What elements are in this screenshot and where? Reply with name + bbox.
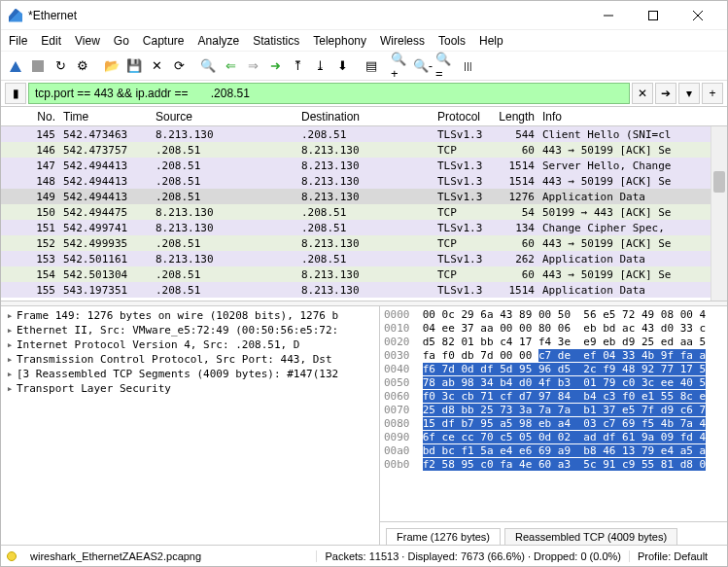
expand-icon[interactable]: ▸ (3, 382, 17, 395)
go-to-packet-icon[interactable]: ➜ (264, 55, 286, 77)
col-source[interactable]: Source (152, 109, 297, 124)
resize-columns-icon[interactable]: ⫼ (457, 55, 478, 77)
hex-line[interactable]: 0010 04 ee 37 aa 00 00 80 06 eb bd ac 43… (384, 322, 723, 336)
packet-list-header[interactable]: No. Time Source Destination Protocol Len… (1, 107, 727, 126)
hex-line[interactable]: 0040 f6 7d 0d df 5d 95 96 d5 2c f9 48 92… (384, 363, 723, 376)
menu-help[interactable]: Help (479, 34, 503, 48)
col-dest[interactable]: Destination (297, 109, 433, 124)
svg-rect-4 (32, 60, 44, 72)
packet-row[interactable]: 149542.494413 .208.51 8.213.130TLSv1.312… (1, 189, 727, 204)
hex-line[interactable]: 0050 78 ab 98 34 b4 d0 4f b3 01 79 c0 3c… (384, 376, 723, 390)
col-info[interactable]: Info (538, 109, 727, 124)
packet-row[interactable]: 155543.197351 .208.51 8.213.130TLSv1.315… (1, 282, 727, 298)
first-packet-icon[interactable]: ⤒ (287, 55, 308, 77)
packet-row[interactable]: 150542.494475 8.213.130 .208.51TCP545019… (1, 204, 727, 220)
tab-frame[interactable]: Frame (1276 bytes) (386, 528, 501, 545)
hex-line[interactable]: 0020 d5 82 01 bb c4 17 f4 3e e9 eb d9 25… (384, 336, 723, 349)
zoom-out-icon[interactable]: 🔍- (412, 55, 433, 77)
packet-bytes-pane[interactable]: 0000 00 0c 29 6a 43 89 00 50 56 e5 72 49… (380, 306, 727, 521)
packet-row[interactable]: 147542.494413 .208.51 8.213.130TLSv1.315… (1, 158, 727, 173)
reload-icon[interactable]: ⟳ (168, 55, 190, 77)
menu-tools[interactable]: Tools (438, 34, 466, 48)
last-packet-icon[interactable]: ⤓ (309, 55, 330, 77)
hex-line[interactable]: 0030 fa f0 db 7d 00 00 c7 de ef 04 33 4b… (384, 349, 723, 363)
restart-capture-icon[interactable]: ↻ (50, 55, 71, 77)
menu-capture[interactable]: Capture (143, 34, 185, 48)
window-title: *Ethernet (28, 9, 587, 22)
tree-item[interactable]: ▸Ethernet II, Src: VMware_e5:72:49 (00:5… (3, 323, 377, 337)
zoom-reset-icon[interactable]: 🔍= (434, 55, 456, 77)
start-capture-icon[interactable] (5, 55, 26, 77)
packet-row[interactable]: 154542.501304 .208.51 8.213.130TCP60443 … (1, 266, 727, 282)
menu-file[interactable]: File (9, 34, 27, 48)
hex-line[interactable]: 0090 6f ce cc 70 c5 05 0d 02 ad df 61 9a… (384, 431, 723, 444)
go-forward-icon[interactable]: ⇒ (242, 55, 263, 77)
menu-view[interactable]: View (75, 34, 100, 48)
apply-filter-icon[interactable]: ➔ (655, 83, 676, 104)
packet-row[interactable]: 152542.499935 .208.51 8.213.130TCP60443 … (1, 235, 727, 251)
hex-line[interactable]: 0070 25 d8 bb 25 73 3a 7a 7a b1 37 e5 7f… (384, 404, 723, 417)
expand-icon[interactable]: ▸ (3, 324, 17, 337)
clear-filter-icon[interactable]: ✕ (632, 83, 653, 104)
packet-row[interactable]: 151542.499741 8.213.130 .208.51TLSv1.313… (1, 220, 727, 235)
packet-details-pane[interactable]: ▸Frame 149: 1276 bytes on wire (10208 bi… (1, 306, 380, 545)
find-icon[interactable]: 🔍 (197, 55, 219, 77)
hex-tabs: Frame (1276 bytes) Reassembled TCP (4009… (380, 521, 727, 545)
filter-history-icon[interactable]: ▾ (678, 83, 700, 104)
tree-item[interactable]: ▸Transport Layer Security (3, 381, 377, 396)
hex-line[interactable]: 00a0 bd bc f1 5a e4 e6 69 a9 b8 46 13 79… (384, 444, 723, 458)
title-bar: *Ethernet (1, 1, 727, 30)
packet-row[interactable]: 148542.494413 .208.51 8.213.130TLSv1.315… (1, 173, 727, 189)
expert-info-icon[interactable] (7, 551, 17, 561)
tree-item[interactable]: ▸[3 Reassembled TCP Segments (4009 bytes… (3, 367, 377, 381)
expand-icon[interactable]: ▸ (3, 368, 17, 380)
packet-row[interactable]: 146542.473757 .208.51 8.213.130TCP60443 … (1, 142, 727, 158)
packet-scrollbar[interactable] (711, 126, 727, 301)
tab-reassembled[interactable]: Reassembled TCP (4009 bytes) (504, 528, 677, 545)
tree-item[interactable]: ▸Transmission Control Protocol, Src Port… (3, 352, 377, 367)
expand-icon[interactable]: ▸ (3, 353, 17, 366)
capture-options-icon[interactable]: ⚙ (72, 55, 93, 77)
expand-icon[interactable]: ▸ (3, 309, 17, 322)
col-time[interactable]: Time (59, 109, 152, 124)
zoom-in-icon[interactable]: 🔍+ (390, 55, 411, 77)
colorize-icon[interactable]: ▤ (361, 55, 382, 77)
go-back-icon[interactable]: ⇐ (220, 55, 241, 77)
maximize-button[interactable] (632, 2, 675, 29)
hex-line[interactable]: 0000 00 0c 29 6a 43 89 00 50 56 e5 72 49… (384, 308, 723, 322)
status-packets[interactable]: Packets: 11513 · Displayed: 7673 (66.6%)… (317, 550, 630, 562)
menu-telephony[interactable]: Telephony (313, 34, 366, 48)
status-profile[interactable]: Profile: Default (630, 550, 727, 562)
stop-capture-icon[interactable] (27, 55, 49, 77)
col-proto[interactable]: Protocol (433, 109, 492, 124)
hex-line[interactable]: 0060 f0 3c cb 71 cf d7 97 84 b4 c3 f0 e1… (384, 390, 723, 404)
svg-rect-1 (649, 11, 658, 19)
hex-line[interactable]: 00b0 f2 58 95 c0 fa 4e 60 a3 5c 91 c9 55… (384, 458, 723, 472)
add-filter-button[interactable]: + (702, 83, 723, 104)
status-file: wireshark_EthernetZAEAS2.pcapng (22, 550, 317, 562)
bookmark-filter-icon[interactable]: ▮ (5, 83, 26, 104)
close-button[interactable] (676, 2, 719, 29)
col-no[interactable]: No. (1, 109, 59, 124)
menu-go[interactable]: Go (114, 34, 129, 48)
auto-scroll-icon[interactable]: ⬇ (331, 55, 353, 77)
main-toolbar: ↻ ⚙ 📂 💾 ✕ ⟳ 🔍 ⇐ ⇒ ➜ ⤒ ⤓ ⬇ ▤ 🔍+ 🔍- 🔍= ⫼ (1, 52, 727, 81)
minimize-button[interactable] (587, 2, 630, 29)
display-filter-input[interactable] (28, 83, 630, 104)
menu-analyze[interactable]: Analyze (198, 34, 240, 48)
app-icon (9, 9, 22, 22)
packet-row[interactable]: 145542.473463 8.213.130 .208.51TLSv1.354… (1, 126, 727, 142)
close-file-icon[interactable]: ✕ (146, 55, 167, 77)
status-bar: wireshark_EthernetZAEAS2.pcapng Packets:… (1, 545, 727, 566)
col-len[interactable]: Length (492, 109, 538, 124)
save-file-icon[interactable]: 💾 (123, 55, 145, 77)
hex-line[interactable]: 0080 15 df b7 95 a5 98 eb a4 03 c7 69 f5… (384, 417, 723, 431)
expand-icon[interactable]: ▸ (3, 338, 17, 351)
tree-item[interactable]: ▸Internet Protocol Version 4, Src: .208.… (3, 337, 377, 352)
menu-wireless[interactable]: Wireless (380, 34, 425, 48)
open-file-icon[interactable]: 📂 (101, 55, 122, 77)
packet-row[interactable]: 153542.501161 8.213.130 .208.51TLSv1.326… (1, 251, 727, 266)
menu-statistics[interactable]: Statistics (253, 34, 299, 48)
menu-edit[interactable]: Edit (41, 34, 61, 48)
tree-item[interactable]: ▸Frame 149: 1276 bytes on wire (10208 bi… (3, 308, 377, 323)
